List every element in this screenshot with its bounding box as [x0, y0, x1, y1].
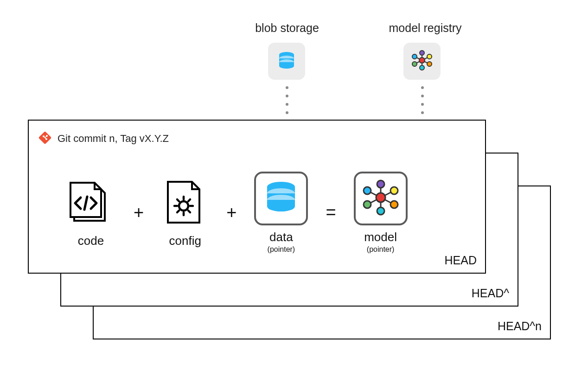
config-label: config: [169, 234, 201, 248]
data-box: [254, 172, 308, 225]
svg-point-12: [427, 62, 432, 66]
model-sublabel: (pointer): [364, 245, 397, 254]
git-icon: [39, 132, 51, 146]
data-item: data (pointer): [254, 172, 308, 254]
code-icon: [66, 177, 116, 229]
formula-row: code +: [66, 172, 408, 254]
model-registry-box: [403, 43, 441, 80]
diagram-canvas: blob storage model registry: [0, 0, 588, 371]
svg-line-28: [177, 199, 179, 201]
git-commit-row: Git commit n, Tag vX.Y.Z: [39, 132, 169, 146]
svg-point-15: [412, 54, 417, 59]
git-commit-text: Git commit n, Tag vX.Y.Z: [58, 133, 169, 145]
blob-storage-label: blob storage: [248, 21, 326, 35]
svg-point-43: [390, 187, 398, 194]
config-item: config: [161, 177, 209, 248]
svg-point-47: [364, 187, 371, 194]
svg-point-42: [377, 180, 384, 188]
code-label: code: [78, 234, 104, 248]
code-item: code: [66, 177, 116, 248]
head-label: HEAD: [445, 254, 477, 267]
blob-storage-box: [268, 43, 305, 80]
plus-1: +: [134, 203, 144, 223]
svg-point-46: [364, 201, 371, 208]
svg-point-41: [376, 193, 385, 202]
model-box: [354, 172, 408, 225]
svg-point-13: [420, 65, 424, 70]
data-sublabel: (pointer): [268, 245, 295, 254]
head-label-n: HEAD^n: [498, 320, 542, 333]
model-registry-label: model registry: [379, 21, 472, 35]
svg-line-30: [188, 199, 190, 201]
network-icon: [362, 179, 400, 218]
plus-2: +: [226, 203, 236, 223]
database-icon: [276, 50, 297, 72]
equals: =: [326, 203, 336, 223]
svg-point-44: [390, 201, 398, 208]
svg-line-29: [188, 211, 190, 212]
commit-card-head: HEAD Git commit n, Tag vX.Y.Z: [28, 120, 486, 274]
svg-point-11: [427, 54, 432, 59]
head-label-1: HEAD^: [472, 287, 509, 300]
network-icon: [411, 50, 433, 73]
svg-point-9: [419, 58, 425, 63]
database-icon: [263, 179, 299, 217]
svg-point-45: [377, 207, 384, 215]
svg-point-10: [420, 51, 424, 55]
svg-line-31: [177, 211, 179, 212]
svg-point-14: [412, 62, 417, 66]
model-label: model: [364, 230, 397, 244]
config-icon: [161, 177, 209, 229]
model-item: model (pointer): [354, 172, 408, 254]
data-label: data: [268, 230, 295, 244]
